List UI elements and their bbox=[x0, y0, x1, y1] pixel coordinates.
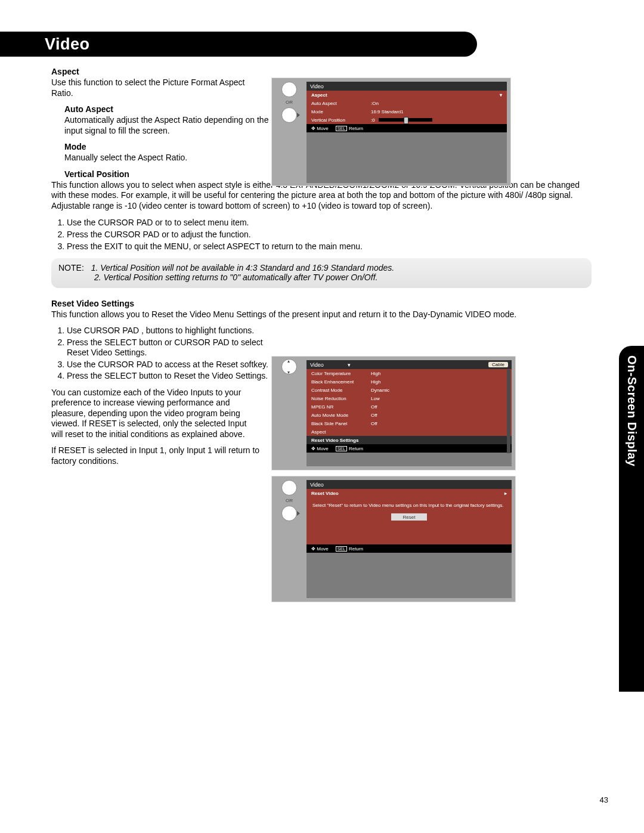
text-reset-p2: If RESET is selected in Input 1, only In… bbox=[51, 445, 260, 466]
osd-title-bar: Video ▾ Cable bbox=[306, 360, 512, 369]
or-label: OR bbox=[286, 100, 293, 105]
list-item: Use the CURSOR PAD or to to select menu … bbox=[67, 217, 592, 228]
hint-sel: SEL bbox=[336, 446, 347, 451]
osd-row: Auto Movie ModeOff bbox=[306, 411, 512, 419]
list-item: Press the CURSOR PAD or to adjust the fu… bbox=[67, 229, 592, 240]
remote-button-top bbox=[281, 82, 297, 97]
side-tab-label: On-Screen Display bbox=[625, 355, 639, 692]
osd-val: Low bbox=[371, 396, 507, 401]
osd-key: Black Side Panel bbox=[311, 421, 371, 426]
note-line-2: 2. Vertical Position setting returns to … bbox=[94, 272, 378, 282]
osd-val: 0 bbox=[372, 117, 374, 123]
remote-button-arrow bbox=[281, 107, 297, 123]
or-label: OR bbox=[286, 498, 293, 503]
osd-title: Video bbox=[306, 480, 512, 489]
osd-key: Auto Movie Mode bbox=[311, 413, 371, 418]
remote-buttons: ▴ ▾ bbox=[275, 359, 303, 374]
osd-panel: Video Reset Video ▸ Select "Reset" to re… bbox=[306, 480, 512, 598]
aspect-steps: Use the CURSOR PAD or to to select menu … bbox=[51, 217, 592, 252]
cable-badge: Cable bbox=[488, 362, 508, 367]
osd-key: MPEG NR bbox=[311, 404, 371, 410]
remote-buttons: OR bbox=[275, 82, 303, 123]
list-item: Use the CURSOR PAD to access at the Rese… bbox=[67, 360, 275, 370]
osd-key: Contrast Mode bbox=[311, 388, 371, 393]
page-number: 43 bbox=[600, 795, 608, 804]
osd-key: Aspect bbox=[311, 429, 371, 435]
osd-row: Black EnhancementHigh bbox=[306, 377, 512, 386]
osd-panel: Video ▾ Cable Color TemperatureHigh Blac… bbox=[306, 360, 512, 466]
hint-move: Move bbox=[317, 446, 329, 451]
text-aspect-body: Use this function to select the Picture … bbox=[51, 78, 260, 98]
hint-move: Move bbox=[317, 546, 329, 552]
osd-hint-bar: ✥ Move SELReturn bbox=[306, 124, 507, 132]
remote-button-top bbox=[281, 480, 297, 496]
note-line-1: 1. Vertical Position will not be availab… bbox=[91, 263, 394, 272]
osd-menu-row: Aspect ▾ bbox=[306, 91, 507, 99]
text-reset-p1: You can customize each of the Video Inpu… bbox=[51, 388, 260, 440]
hint-sel: SEL bbox=[336, 546, 347, 552]
list-item: Use CURSOR PAD , buttons to highlight fu… bbox=[67, 326, 275, 336]
text-reset-intro: This function allows you to Reset the Vi… bbox=[51, 309, 592, 320]
osd-key: Vertical Position bbox=[311, 117, 371, 123]
slider-icon bbox=[379, 118, 432, 122]
osd-row-selected: Reset Video Settings bbox=[306, 436, 512, 444]
osd-reset-confirm: OR Video Reset Video ▸ Select "Reset" to… bbox=[271, 476, 516, 602]
osd-row: Contrast ModeDynamic bbox=[306, 386, 512, 394]
osd-key: Black Enhancement bbox=[311, 379, 371, 385]
hint-return: Return bbox=[349, 446, 363, 451]
osd-row: Black Side PanelOff bbox=[306, 419, 512, 428]
osd-menu-row: Reset Video ▸ bbox=[306, 489, 512, 497]
osd-row: Mode 16:9 Standard1 bbox=[306, 107, 507, 116]
remote-button-arrow bbox=[281, 506, 297, 521]
osd-val: High bbox=[371, 379, 507, 385]
osd-reset-label: Reset Video Settings bbox=[311, 438, 358, 443]
osd-row: Color TemperatureHigh bbox=[306, 369, 512, 377]
list-item: Press the SELECT button to Reset the Vid… bbox=[67, 371, 275, 382]
hint-return: Return bbox=[349, 126, 363, 131]
osd-row: MPEG NROff bbox=[306, 402, 512, 411]
osd-val: 16:9 Standard1 bbox=[371, 109, 502, 114]
osd-row: Noise ReductionLow bbox=[306, 394, 512, 402]
remote-buttons: OR bbox=[275, 480, 303, 521]
manual-page: Video On-Screen Display Aspect Use this … bbox=[0, 0, 644, 833]
osd-val: Off bbox=[371, 413, 507, 418]
list-item: Press the SELECT button or CURSOR PAD to… bbox=[67, 337, 275, 358]
osd-row: Auto Aspect : On bbox=[306, 99, 507, 107]
osd-val: Off bbox=[371, 404, 507, 410]
osd-hint-bar: ✥ Move SELReturn bbox=[306, 444, 512, 453]
heading-reset: Reset Video Settings bbox=[51, 299, 592, 308]
osd-menu-label: Reset Video bbox=[311, 491, 339, 496]
osd-title: Video bbox=[306, 82, 507, 91]
hint-return: Return bbox=[349, 546, 363, 552]
reset-steps: Use CURSOR PAD , buttons to highlight fu… bbox=[51, 326, 275, 382]
list-item: Press the EXIT to quit the MENU, or sele… bbox=[67, 241, 592, 252]
osd-message: Select "Reset" to return to Video menu s… bbox=[306, 497, 512, 510]
remote-dpad-icon: ▴ ▾ bbox=[281, 359, 297, 374]
osd-val: Off bbox=[371, 421, 507, 426]
osd-key: Noise Reduction bbox=[311, 396, 371, 401]
osd-val: High bbox=[371, 371, 507, 376]
osd-row: Vertical Position : 0 bbox=[306, 116, 507, 124]
osd-video-list: ▴ ▾ Video ▾ Cable Color TemperatureHigh … bbox=[271, 356, 516, 470]
osd-hint-bar: ✥ Move SELReturn bbox=[306, 544, 512, 553]
note-box: NOTE: 1. Vertical Position will not be a… bbox=[51, 258, 592, 288]
osd-row: Aspect bbox=[306, 428, 512, 436]
hint-sel: SEL bbox=[336, 126, 347, 131]
osd-key: Auto Aspect bbox=[311, 101, 371, 106]
osd-panel: Video Aspect ▾ Auto Aspect : On Mode 16:… bbox=[306, 82, 507, 183]
section-title: Video bbox=[45, 35, 90, 54]
section-header: Video bbox=[0, 32, 477, 57]
side-tab: On-Screen Display bbox=[619, 346, 644, 692]
osd-key: Mode bbox=[311, 109, 371, 114]
osd-aspect: OR Video Aspect ▾ Auto Aspect : On Mode … bbox=[271, 78, 511, 186]
osd-menu-label: Aspect bbox=[311, 92, 327, 98]
reset-button: Reset bbox=[391, 513, 427, 521]
text-auto-body: Automatically adjust the Aspect Ratio de… bbox=[64, 115, 273, 136]
heading-aspect: Aspect bbox=[51, 67, 592, 76]
scrollbar-icon bbox=[507, 370, 510, 453]
osd-title: Video bbox=[310, 362, 324, 368]
text-mode-body: Manually select the Aspect Ratio. bbox=[64, 153, 273, 163]
osd-val: On bbox=[372, 101, 502, 106]
note-lead: NOTE: bbox=[58, 263, 89, 272]
osd-key: Color Temperature bbox=[311, 371, 371, 376]
